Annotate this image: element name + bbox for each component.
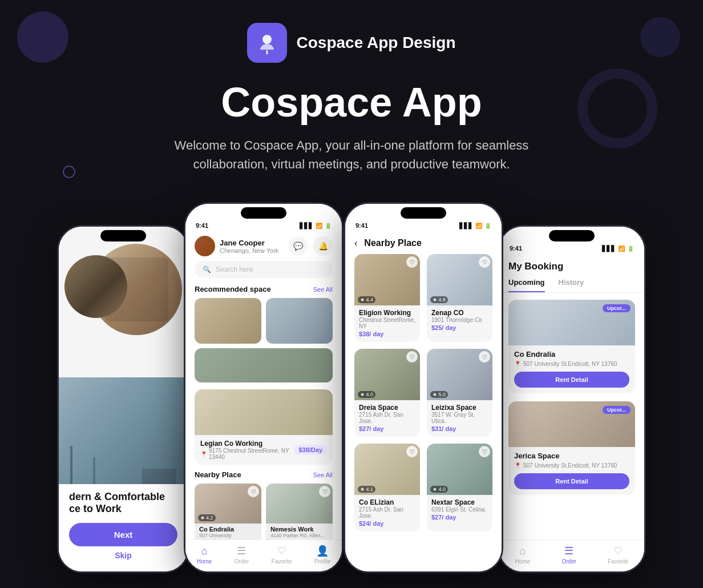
star-badge-nl-3: ★ 4.0 <box>358 391 375 398</box>
booking-name-2: Jerica Space <box>514 452 629 460</box>
bottom-nav-2: ⌂ Home ☰ Order ♡ Favorite 👤 Profile <box>185 539 342 571</box>
svg-marker-1 <box>264 53 270 54</box>
see-all-nearby[interactable]: See All <box>313 472 333 478</box>
chat-icon-btn[interactable]: 💬 <box>288 236 308 256</box>
nearby-list-card-5[interactable]: ♡ ★ 4.1 Co ELizian 2715 Ash Dr. San Jose… <box>354 444 420 531</box>
heart-icon-1[interactable]: ♡ <box>248 486 259 497</box>
nl-info-5: Co ELizian 2715 Ash Dr. San Jose. $24/ d… <box>354 495 420 531</box>
heart-icon-2[interactable]: ♡ <box>319 486 330 497</box>
booking-btn-1[interactable]: Rent Detail <box>514 372 629 388</box>
nav-favorite[interactable]: ♡ Favorite <box>272 545 292 565</box>
nav-favorite-4[interactable]: ♡ Favorite <box>608 545 628 565</box>
nearby-list-card-1[interactable]: ♡ ★ 4.4 Eligion Working Chestnut StreetR… <box>354 254 420 342</box>
heart-btn-nl-6[interactable]: ♡ <box>479 446 490 457</box>
booking-img-1: Upcor... <box>508 300 635 345</box>
featured-addr: 📍 9175 Chestnut StreetRome, NY 13440 <box>200 448 294 460</box>
featured-details: Legian Co Working 📍 9175 Chestnut Street… <box>200 440 294 460</box>
nearby-list-card-2[interactable]: ♡ ★ 4.8 Zenap CO 1901 Thornridge Cir. $2… <box>427 254 492 342</box>
order-icon: ☰ <box>237 545 246 557</box>
office-photo-main <box>59 377 188 492</box>
recommended-section-header: Recommended space See All <box>185 285 342 298</box>
booking-info-2: Jerica Space 📍 507 University St.Endicot… <box>508 447 635 495</box>
star-badge-nl-1: ★ 4.4 <box>358 296 375 303</box>
nearby-list-card-6[interactable]: ♡ ★ 4.0 Nextar Space 6391 Elgin St. Celi… <box>427 444 492 531</box>
nearby-page-title: Nearby Place <box>364 238 422 248</box>
nav-profile[interactable]: 👤 Profile <box>314 545 330 565</box>
phone-booking: 9:41 ▋▋▋ 📶 🔋 My Booking Upcoming History… <box>498 225 646 573</box>
notch-pill-4 <box>549 230 595 241</box>
rec-card-1[interactable] <box>195 298 261 344</box>
next-button[interactable]: Next <box>69 523 177 546</box>
phone2-content: 9:41 ▋▋▋ 📶 🔋 Jane Cooper Chenango, New Y… <box>185 204 342 571</box>
user-location: Chenango, New York <box>220 247 278 254</box>
nearby-list-card-4[interactable]: ♡ ★ 5.0 Leizixa Space 3517 W. Gray St. U… <box>427 349 492 437</box>
nearby-page-header: ‹ Nearby Place <box>345 231 502 254</box>
order-icon-4: ☰ <box>564 545 573 557</box>
heart-btn-nl-5[interactable]: ♡ <box>406 446 418 457</box>
nearby-img-2: ♡ <box>266 484 333 523</box>
nl-info-1: Eligion Working Chestnut StreetRome, NY … <box>354 305 420 342</box>
heart-btn-nl-2[interactable]: ♡ <box>479 256 490 268</box>
featured-card[interactable]: Legian Co Working 📍 9175 Chestnut Street… <box>195 389 333 465</box>
search-bar[interactable]: 🔍 Search here <box>195 261 333 278</box>
rec-card-3[interactable] <box>195 348 333 382</box>
booking-name-1: Co Endralia <box>514 350 629 359</box>
heart-btn-nl-4[interactable]: ♡ <box>479 351 490 363</box>
nearby-img-1: ♡ ★ 4.2 <box>195 484 261 523</box>
star-badge-nl-2: ★ 4.8 <box>430 296 448 303</box>
recommended-grid <box>185 298 342 389</box>
phone1-heading: dern & Comfortable ce to Work <box>69 491 177 515</box>
svg-point-0 <box>262 35 272 44</box>
rec-card-img-1 <box>195 298 261 344</box>
app-logo-icon <box>247 23 287 63</box>
search-icon: 🔍 <box>203 265 211 273</box>
deco-ring-right <box>577 69 657 148</box>
user-info: Jane Cooper Chenango, New York <box>195 236 278 256</box>
notch-pill-3 <box>401 207 446 219</box>
user-details: Jane Cooper Chenango, New York <box>220 239 278 254</box>
nav-order[interactable]: ☰ Order <box>235 545 249 565</box>
nav-home-4[interactable]: ⌂ Home <box>515 545 531 565</box>
bell-icon-btn[interactable]: 🔔 <box>313 236 333 256</box>
recommended-title: Recommended space <box>195 285 271 293</box>
tab-upcoming[interactable]: Upcoming <box>508 278 545 292</box>
nearby-list-grid: ♡ ★ 4.4 Eligion Working Chestnut StreetR… <box>345 254 502 531</box>
booking-location-icon-1: 📍 <box>514 361 521 367</box>
nav-home[interactable]: ⌂ Home <box>197 545 212 565</box>
deco-circle-tl <box>17 11 68 63</box>
featured-info: Legian Co Working 📍 9175 Chestnut Street… <box>195 435 333 465</box>
nearby-section-header: Nearby Place See All <box>185 470 342 484</box>
nav-order-4[interactable]: ☰ Order <box>561 545 576 565</box>
star-badge-nl-5: ★ 4.1 <box>358 486 375 493</box>
nl-img-4: ♡ ★ 5.0 <box>427 349 492 400</box>
deco-circle-tr <box>640 17 680 57</box>
featured-name: Legian Co Working <box>200 440 294 448</box>
user-header: Jane Cooper Chenango, New York 💬 🔔 <box>185 231 342 261</box>
booking-location-icon-2: 📍 <box>514 462 521 469</box>
see-all-recommended[interactable]: See All <box>313 286 333 293</box>
back-button[interactable]: ‹ <box>354 238 357 248</box>
heart-btn-nl-3[interactable]: ♡ <box>406 351 418 363</box>
nl-info-6: Nextar Space 6391 Elgin St. Celina. $27/… <box>427 495 492 525</box>
tab-history[interactable]: History <box>559 278 584 292</box>
skip-button[interactable]: Skip <box>69 551 177 560</box>
star-badge-nl-4: ★ 5.0 <box>430 391 448 398</box>
nearby-list-card-3[interactable]: ♡ ★ 4.0 Dreia Space 2715 Ash Dr. San Jos… <box>354 349 420 437</box>
booking-addr-1: 📍 507 University St.Endicott, NY 13760 <box>514 361 629 367</box>
nl-img-6: ♡ ★ 4.0 <box>427 444 492 495</box>
notch-pill-2 <box>241 207 286 219</box>
favorite-icon: ♡ <box>277 545 286 557</box>
user-name: Jane Cooper <box>220 239 278 247</box>
deco-dot-left <box>63 166 75 178</box>
rec-card-2[interactable] <box>266 298 333 344</box>
booking-card-2: Upcor... Jerica Space 📍 507 University S… <box>508 401 635 495</box>
nl-img-5: ♡ ★ 4.1 <box>354 444 420 495</box>
nl-img-1: ♡ ★ 4.4 <box>354 254 420 305</box>
heart-btn-nl-1[interactable]: ♡ <box>406 256 418 268</box>
booking-btn-2[interactable]: Rent Detail <box>514 473 629 489</box>
booking-badge-2: Upcor... <box>603 406 631 414</box>
booking-badge-1: Upcor... <box>603 304 631 312</box>
nl-img-2: ♡ ★ 4.8 <box>427 254 492 305</box>
booking-page-title: My Booking <box>499 254 644 278</box>
booking-img-2: Upcor... <box>508 401 635 447</box>
